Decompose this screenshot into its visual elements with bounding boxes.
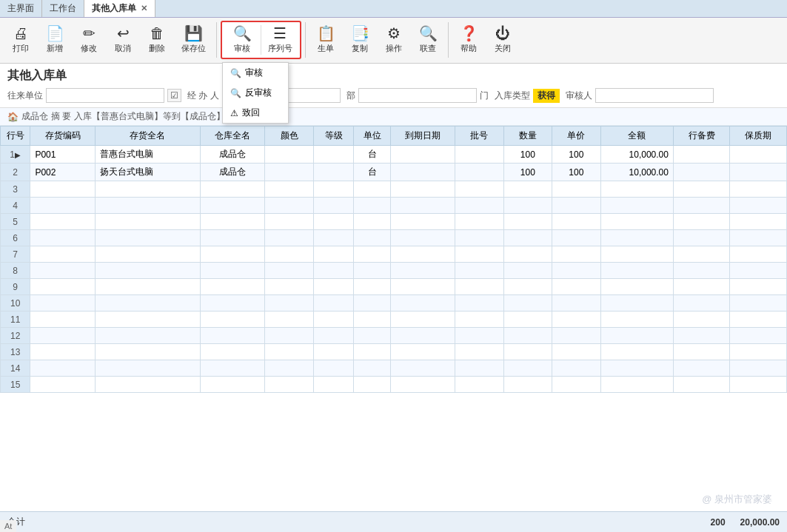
cell-expire[interactable] — [390, 360, 455, 377]
reviewer-input[interactable] — [595, 88, 714, 103]
cell-unit[interactable] — [354, 279, 390, 295]
cell-warehouse[interactable] — [200, 198, 264, 214]
cell-grade[interactable] — [313, 328, 354, 344]
cell-price[interactable]: 100 — [552, 146, 601, 164]
table-row[interactable]: 6 — [1, 230, 787, 246]
cell-unit[interactable] — [354, 360, 390, 377]
cell-amount[interactable] — [600, 181, 673, 198]
cell-name[interactable]: 扬天台式电脑 — [95, 164, 200, 181]
cell-warehouse[interactable] — [200, 377, 264, 393]
cell-code[interactable] — [30, 198, 95, 214]
cell-code[interactable]: P002 — [30, 164, 95, 181]
cell-batch[interactable] — [455, 214, 504, 230]
cell-qty[interactable] — [503, 181, 552, 198]
cell-color[interactable] — [265, 312, 314, 328]
cell-name[interactable] — [95, 344, 200, 360]
cell-note[interactable] — [673, 198, 729, 214]
table-row[interactable]: 9 — [1, 279, 787, 295]
cell-grade[interactable] — [313, 279, 354, 295]
cell-amount[interactable]: 10,000.00 — [600, 146, 673, 164]
cell-shelf[interactable] — [730, 377, 787, 393]
cell-qty[interactable] — [503, 214, 552, 230]
cell-name[interactable] — [95, 328, 200, 344]
vendor-select-icon[interactable]: ☑ — [167, 89, 181, 102]
cell-price[interactable] — [552, 328, 601, 344]
cell-warehouse[interactable] — [200, 181, 264, 198]
cell-warehouse[interactable]: 成品仓 — [200, 164, 264, 181]
cell-grade[interactable] — [313, 312, 354, 328]
cell-note[interactable] — [673, 214, 729, 230]
cell-batch[interactable] — [455, 198, 504, 214]
cell-expire[interactable] — [390, 164, 455, 181]
bill-button[interactable]: 📋 生单 — [309, 21, 342, 59]
cell-grade[interactable] — [313, 146, 354, 164]
cell-price[interactable] — [552, 230, 601, 246]
return-item[interactable]: ⚠ 致回 — [223, 103, 288, 123]
cell-code[interactable] — [30, 377, 95, 393]
cell-price[interactable]: 100 — [552, 164, 601, 181]
cell-batch[interactable] — [455, 295, 504, 312]
cancel-button[interactable]: ↩ 取消 — [107, 21, 139, 59]
cell-amount[interactable] — [600, 230, 673, 246]
cell-note[interactable] — [673, 279, 729, 295]
cell-expire[interactable] — [390, 377, 455, 393]
cell-batch[interactable] — [455, 263, 504, 279]
cell-shelf[interactable] — [730, 263, 787, 279]
cell-unit[interactable] — [354, 181, 390, 198]
cell-unit[interactable] — [354, 377, 390, 393]
close-button[interactable]: ⏻ 关闭 — [486, 21, 519, 59]
cell-color[interactable] — [265, 377, 314, 393]
cell-batch[interactable] — [455, 360, 504, 377]
cell-amount[interactable] — [600, 312, 673, 328]
cell-shelf[interactable] — [730, 198, 787, 214]
cell-grade[interactable] — [313, 344, 354, 360]
cell-shelf[interactable] — [730, 246, 787, 263]
cell-grade[interactable] — [313, 295, 354, 312]
cell-price[interactable] — [552, 246, 601, 263]
cell-batch[interactable] — [455, 181, 504, 198]
cell-note[interactable] — [673, 164, 729, 181]
cell-shelf[interactable] — [730, 312, 787, 328]
cell-qty[interactable]: 100 — [503, 146, 552, 164]
cell-expire[interactable] — [390, 279, 455, 295]
cell-color[interactable] — [265, 360, 314, 377]
cell-amount[interactable] — [600, 328, 673, 344]
table-row[interactable]: 12 — [1, 328, 787, 344]
cell-unit[interactable]: 台 — [354, 146, 390, 164]
cell-amount[interactable] — [600, 360, 673, 377]
cell-color[interactable] — [265, 279, 314, 295]
cell-qty[interactable] — [503, 263, 552, 279]
breadcrumb-home[interactable]: 🏠 — [7, 112, 19, 122]
table-row[interactable]: 7 — [1, 246, 787, 263]
cell-warehouse[interactable] — [200, 360, 264, 377]
cell-unit[interactable]: 台 — [354, 164, 390, 181]
table-row[interactable]: 11 — [1, 312, 787, 328]
cell-name[interactable] — [95, 279, 200, 295]
cell-color[interactable] — [265, 214, 314, 230]
cell-grade[interactable] — [313, 164, 354, 181]
cell-note[interactable] — [673, 360, 729, 377]
tab-workspace[interactable]: 工作台 — [42, 0, 84, 17]
cell-batch[interactable] — [455, 164, 504, 181]
cell-grade[interactable] — [313, 263, 354, 279]
cell-unit[interactable] — [354, 263, 390, 279]
cell-price[interactable] — [552, 360, 601, 377]
print-button[interactable]: 🖨 打印 — [4, 21, 37, 59]
table-row[interactable]: 13 — [1, 344, 787, 360]
cell-price[interactable] — [552, 214, 601, 230]
table-row[interactable]: 2 P002 扬天台式电脑 成品仓 台 100 100 10,000.00 — [1, 164, 787, 181]
cell-amount[interactable] — [600, 246, 673, 263]
cell-qty[interactable] — [503, 312, 552, 328]
dept-input[interactable] — [358, 88, 477, 103]
cell-unit[interactable] — [354, 198, 390, 214]
cell-name[interactable] — [95, 214, 200, 230]
cell-qty[interactable]: 100 — [503, 164, 552, 181]
cell-unit[interactable] — [354, 344, 390, 360]
cell-code[interactable]: P001 — [30, 146, 95, 164]
cell-price[interactable] — [552, 312, 601, 328]
cell-warehouse[interactable] — [200, 230, 264, 246]
cell-expire[interactable] — [390, 146, 455, 164]
cell-qty[interactable] — [503, 295, 552, 312]
cell-price[interactable] — [552, 198, 601, 214]
cell-note[interactable] — [673, 146, 729, 164]
